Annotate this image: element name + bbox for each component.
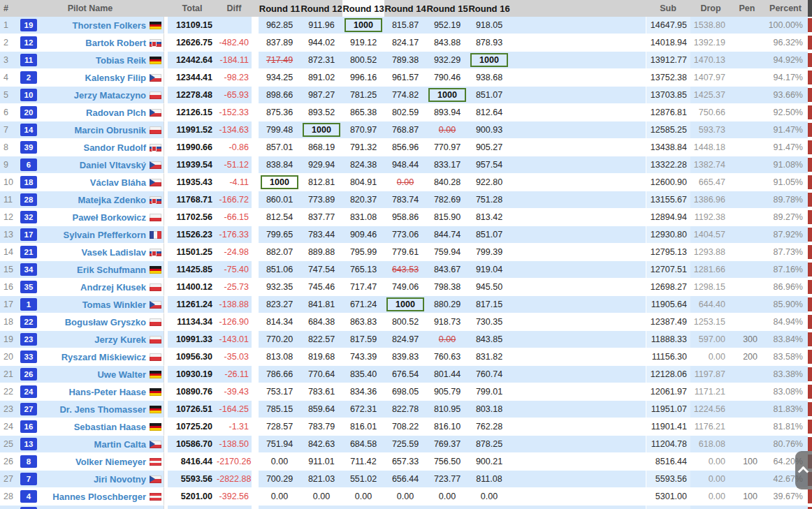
round-12-cell: 773.89 [300,191,342,209]
column-spacer [252,244,259,261]
round-11-cell: 799.65 [259,226,300,244]
percent-cell: 91.47% [763,139,808,156]
round-11-cell: 770.20 [259,331,300,348]
pilot-name-link[interactable]: Tobias Reik [96,55,146,66]
pilot-name-link[interactable]: Bartok Robert [85,38,146,48]
column-header-round-13: Round 13 [342,0,384,17]
pilot-name-link[interactable]: Hannes Ploschberger [52,492,146,502]
pen-cell [731,261,763,279]
percent-cell: 89.27% [763,209,808,226]
column-spacer [252,139,259,156]
pilot-name-link[interactable]: Bogusław Gryszko [65,317,146,327]
table-row: 5 10 Jerzy Mataczyno 12278.48 -65.93 898… [0,87,812,104]
pilot-number-badge: 26 [20,368,37,381]
pilot-name-link[interactable]: Jerzy Mataczyno [74,90,146,101]
pilot-number-cell: 11 [17,52,38,69]
round-14-cell: 768.87 [384,121,426,139]
pilot-number-cell: 39 [17,139,38,156]
round-16-cell: 905.27 [468,139,510,156]
pen-cell [731,506,763,509]
pilot-name-link[interactable]: Andrzej Kłusek [80,282,146,293]
pilot-name-link[interactable]: Jerzy Kurek [94,334,146,345]
drop-cell: 618.08 [690,436,731,453]
drop-cell: 1293.88 [690,244,731,261]
round-16-cell: 851.07 [468,87,510,104]
pilot-name-cell: Bartok Robert [38,34,164,52]
drop-cell: 1253.15 [690,313,731,331]
round-12-cell [300,506,342,509]
pilot-number-cell [17,506,38,509]
drop-cell: 0.00 [690,471,731,488]
percent-cell: 91.47% [763,121,808,139]
round-15-cell: 880.29 [426,296,468,313]
round-12-cell: 889.88 [300,244,342,261]
pilot-name-cell: Sebastian Haase [38,418,164,436]
round-15-cell: 0.00 [426,331,468,348]
round-14-cell: 725.59 [384,436,426,453]
round-15-cell: 1000 [426,87,468,104]
pilot-name-link[interactable]: Vasek Ladislav [82,247,147,258]
pilot-name-link[interactable]: Sebastian Haase [74,422,146,432]
pen-cell [731,104,763,121]
header-spacer [252,0,259,17]
pilot-name-link[interactable]: Hans-Peter Haase [68,387,146,397]
pilot-number-badge: 13 [20,438,37,450]
column-spacer [252,313,259,331]
rank-cell: 8 [0,139,17,156]
table-row: 9 6 Daniel Vltavský 11939.54 -51.12 838.… [0,156,812,174]
pilot-name-link[interactable]: Václav Bláha [90,177,146,188]
round-16-cell: 799.39 [468,244,510,261]
pilot-name-link[interactable]: Daniel Vltavský [80,160,146,170]
pilot-name-link[interactable]: Volker Niemeyer [75,457,146,467]
round-15-cell: 905.79 [426,383,468,401]
percent-cell: 87.92% [763,226,808,244]
row-filler [510,296,646,313]
row-filler [510,261,646,279]
table-row: 22 24 Hans-Peter Haase 10890.76 -39.43 7… [0,383,812,401]
drop-cell: 665.47 [690,174,731,191]
pilot-name-link[interactable]: Kalensky Filip [85,73,146,83]
scroll-top-button[interactable] [795,451,812,489]
round-13-cell: 795.99 [342,244,384,261]
round-11-cell: 751.94 [259,436,300,453]
pilot-number-badge: 10 [20,89,37,101]
pilot-name-link[interactable]: Dr. Jens Thomasser [59,404,146,415]
pilot-name-link[interactable]: Tomas Winkler [82,300,146,310]
pilot-name-link[interactable]: Paweł Borkowicz [73,212,146,223]
drop-cell: 1392.19 [690,34,731,52]
flag-icon [150,179,161,186]
round-16-cell: 878.25 [468,436,510,453]
pilot-name-link[interactable]: Marcin Obrusnik [74,125,146,135]
pilot-number-cell: 33 [17,348,38,366]
diff-cell: -134.63 [217,121,252,139]
pilot-name-cell: Václav Bláha [38,174,164,191]
row-marker [808,296,812,313]
pilot-name-link[interactable]: Jiri Novotny [94,474,146,485]
row-marker [808,366,812,383]
round-15-cell: 843.88 [426,34,468,52]
sub-cell: 12795.13 [646,244,690,261]
pilot-name-link[interactable]: Sylvain Pfefferkorn [64,230,147,240]
pilot-name-link[interactable]: Sandor Rudolf [83,142,146,153]
column-spacer [252,87,259,104]
pilot-name-link[interactable]: Erik Schufmann [77,265,146,275]
flag-icon [150,22,161,29]
round-16-cell: 803.18 [468,401,510,418]
pilot-name-cell: Tobias Reik [38,52,164,69]
pilot-name-link[interactable]: Radovan Plch [86,108,146,118]
round-13-cell: 835.40 [342,366,384,383]
pilot-name-link[interactable]: Ryszard Miśkiewicz [61,352,146,362]
row-filler [510,348,646,366]
pilot-number-cell: 4 [17,488,38,506]
pilot-number-badge: 2 [20,71,37,84]
row-marker [808,244,812,261]
pilot-name-link[interactable]: Uwe Walter [97,369,146,380]
row-filler [510,69,646,87]
row-filler [510,383,646,401]
round-16-cell: 751.28 [468,191,510,209]
pilot-name-link[interactable]: Matejka Zdenko [78,195,146,205]
pilot-name-link[interactable]: Thorsten Folkers [73,20,146,31]
pilot-name-link[interactable]: Martin Calta [94,439,146,450]
row-marker [808,279,812,296]
round-15-cell: 843.67 [426,261,468,279]
